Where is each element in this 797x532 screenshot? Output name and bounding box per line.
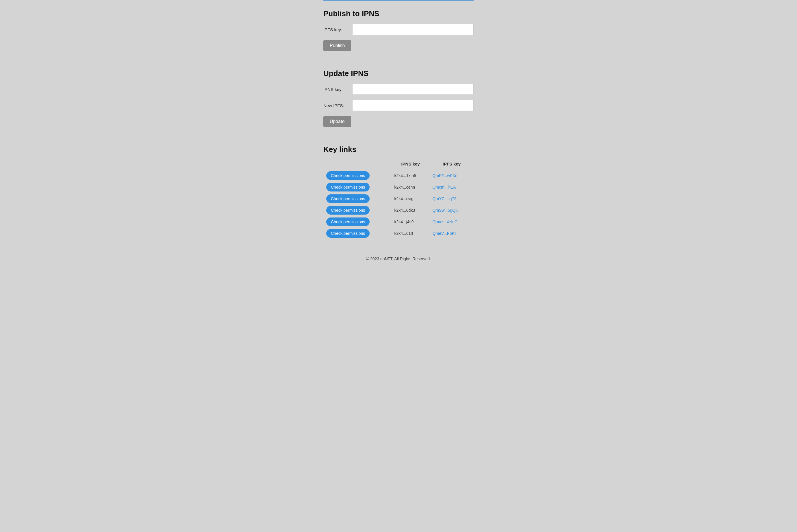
ipns-key-value: k2k4...0dk3 — [391, 205, 429, 216]
table-row: Check permissionsk2k4...1xm5QmPF...wFXm — [323, 170, 474, 182]
ipfs-key-row: IPFS key: — [323, 24, 474, 35]
update-new-ipfs-row: New IPFS: — [323, 100, 474, 111]
table-row: Check permissionsk2k4...0dk3QmSw...5gQK — [323, 205, 474, 216]
publish-title: Publish to IPNS — [323, 9, 474, 18]
col-header-ipfs: IPFS key — [430, 160, 474, 170]
update-new-ipfs-input[interactable] — [352, 100, 474, 111]
table-row: Check permissionsk2k4...j4s9Qmaz...XNuC — [323, 216, 474, 228]
key-links-section: Key links IPNS key IPFS key Check permis… — [323, 145, 474, 239]
check-permissions-button[interactable]: Check permissions — [326, 217, 370, 226]
update-button[interactable]: Update — [323, 116, 351, 127]
key-links-table: IPNS key IPFS key Check permissionsk2k4.… — [323, 160, 474, 239]
top-divider — [323, 0, 474, 1]
check-permissions-button[interactable]: Check permissions — [326, 206, 370, 214]
ipns-key-value: k2k4...1xm5 — [391, 170, 429, 182]
ipfs-key-link[interactable]: Qmaz...XNuC — [432, 220, 458, 224]
check-permissions-button[interactable]: Check permissions — [326, 194, 370, 203]
col-header-ipns: IPNS key — [391, 160, 429, 170]
update-divider — [323, 136, 474, 136]
publish-divider — [323, 60, 474, 60]
publish-section: Publish to IPNS IPFS key: Publish — [323, 9, 474, 60]
check-permissions-button[interactable]: Check permissions — [326, 183, 370, 191]
ipfs-key-link[interactable]: Qmcm...i41A — [432, 185, 456, 189]
update-ipns-key-label: IPNS key: — [323, 87, 352, 92]
table-row: Check permissionsk2k4...cvigQmYZ...cqT5 — [323, 193, 474, 205]
publish-button[interactable]: Publish — [323, 40, 351, 51]
update-ipns-key-row: IPNS key: — [323, 84, 474, 95]
footer: © 2023 doNFT, All Rights Reserved. — [323, 256, 474, 261]
ipfs-key-link[interactable]: QmSw...5gQK — [432, 208, 458, 213]
key-links-title: Key links — [323, 145, 474, 154]
ipfs-key-link[interactable]: QmeV...PbKT — [432, 231, 457, 236]
check-permissions-button[interactable]: Check permissions — [326, 171, 370, 180]
check-permissions-button[interactable]: Check permissions — [326, 229, 370, 238]
ipns-key-value: k2k4...cvig — [391, 193, 429, 205]
ipns-key-value: k2k4...j4s9 — [391, 216, 429, 228]
ipfs-key-link[interactable]: QmYZ...cqT5 — [432, 196, 457, 201]
update-title: Update IPNS — [323, 69, 474, 78]
ipfs-key-input[interactable] — [352, 24, 474, 35]
ipfs-key-link[interactable]: QmPF...wFXm — [432, 173, 459, 178]
table-row: Check permissionsk2k4...61rfQmeV...PbKT — [323, 228, 474, 239]
ipns-key-value: k2k4...61rf — [391, 228, 429, 239]
table-row: Check permissionsk2k4...cehnQmcm...i41A — [323, 182, 474, 193]
ipns-key-value: k2k4...cehn — [391, 182, 429, 193]
ipfs-key-label: IPFS key: — [323, 27, 352, 32]
update-section: Update IPNS IPNS key: New IPFS: Update — [323, 69, 474, 136]
footer-text: © 2023 doNFT, All Rights Reserved. — [366, 256, 431, 261]
update-ipns-key-input[interactable] — [352, 84, 474, 95]
update-new-ipfs-label: New IPFS: — [323, 103, 352, 108]
col-header-btn — [323, 160, 391, 170]
